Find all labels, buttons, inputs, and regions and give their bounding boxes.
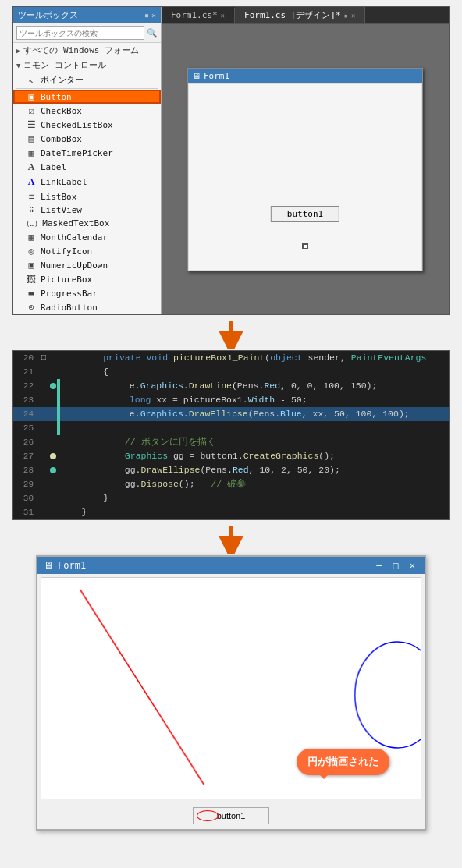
collapse-28 (38, 463, 49, 477)
tab-close-form1-design[interactable]: ▪ (344, 12, 348, 19)
collapse-24 (38, 407, 49, 421)
toolbox-item-datetimepicker[interactable]: ▦ DateTimePicker (13, 146, 161, 160)
dot-28 (49, 463, 57, 477)
collapse-23 (38, 393, 49, 407)
toolbox-close-icon[interactable]: ✕ (151, 11, 156, 19)
code-line-24: 24 e.Graphics.DrawEllipse(Pens.Blue, xx,… (13, 407, 449, 421)
numericupdown-icon: ▣ (26, 260, 37, 271)
tab-form1-code[interactable]: Form1.cs* ✕ (162, 8, 235, 23)
runtime-button1[interactable]: button1 (193, 807, 270, 824)
code-text-31: } (57, 505, 449, 519)
search-icon[interactable]: 🔍 (147, 28, 158, 38)
item-label-progressbar: ProgressBar (41, 289, 98, 299)
toolbox-item-numericupdown[interactable]: ▣ NumericUpDown (13, 258, 161, 272)
code-text-27: Graphics gg = button1.CreateGraphics(); (57, 449, 449, 463)
toolbox-item-maskedtextbox[interactable]: (…) MaskedTextBox (13, 217, 161, 230)
item-label-checkbox: CheckBox (41, 106, 82, 116)
collapse-21 (38, 365, 49, 379)
item-label-numericupdown: NumericUpDown (41, 260, 108, 271)
toolbox-item-linklabel[interactable]: A LinkLabel (13, 175, 161, 190)
line-num-31: 31 (13, 505, 38, 519)
code-text-26: // ボタンに円を描く (57, 435, 449, 449)
code-text-23: long xx = pictureBox1.Width - 50; (62, 393, 449, 407)
item-label-button: Button (41, 92, 72, 102)
code-line-22: 22 e.Graphics.DrawLine(Pens.Red, 0, 0, 1… (13, 379, 449, 393)
toolbox-item-pointer[interactable]: ↖ ポインター (13, 73, 161, 87)
line-num-21: 21 (13, 365, 38, 379)
toolbox-item-monthcalendar[interactable]: ▦ MonthCalendar (13, 230, 161, 244)
designer-tabbar: Form1.cs* ✕ Form1.cs [デザイン]* ▪ ✕ (162, 7, 449, 24)
radiobutton-icon: ⊙ (26, 302, 37, 313)
tab-form1-design[interactable]: Form1.cs [デザイン]* ▪ ✕ (235, 7, 365, 23)
runtime-titlebar: 🖥 Form1 — □ ✕ (37, 557, 425, 574)
line-num-23: 23 (13, 393, 38, 407)
listbox-icon: ≡ (26, 191, 37, 202)
collapse-20[interactable]: □ (38, 351, 49, 365)
code-text-21: { (57, 365, 449, 379)
line-num-27: 27 (13, 449, 38, 463)
bar-24 (57, 407, 60, 421)
dot-20 (49, 351, 57, 365)
runtime-window: 🖥 Form1 — □ ✕ 円が描画された button1 (36, 555, 426, 831)
toolbox-item-listview[interactable]: ⠿ ListView (13, 204, 161, 217)
tab-close-form1-code[interactable]: ✕ (221, 12, 225, 19)
code-line-29: 29 gg.Dispose(); // 破棄 (13, 477, 449, 491)
form-body[interactable]: button1 (188, 83, 422, 271)
section3-runtime: 🖥 Form1 — □ ✕ 円が描画された button1 (36, 555, 426, 831)
toolbox-section-common[interactable]: ▼ コモン コントロール (13, 58, 161, 73)
code-line-31: 31 } (13, 505, 449, 519)
code-text-29: gg.Dispose(); // 破棄 (57, 477, 449, 491)
line-num-20: 20 (13, 351, 38, 365)
toolbox-item-button[interactable]: ▣ Button (13, 90, 161, 104)
bar-23 (57, 393, 60, 407)
toolbox-divider (16, 88, 158, 89)
toolbox-item-listbox[interactable]: ≡ ListBox (13, 190, 161, 204)
dot-24 (49, 407, 57, 421)
toolbox-titlebar: ツールボックス ▪ ✕ (13, 7, 161, 23)
toolbox-item-label[interactable]: A Label (13, 160, 161, 175)
section2-code-editor: 20 □ private void pictureBox1_Paint(obje… (12, 350, 450, 520)
handle-br[interactable] (304, 244, 308, 249)
dot-27 (49, 449, 57, 463)
toolbox-search-input[interactable] (16, 26, 144, 40)
button-oval-decoration (197, 810, 219, 821)
toolbox-item-progressbar[interactable]: ▬ ProgressBar (13, 286, 161, 300)
toolbox-item-notifyicon[interactable]: ◎ NotifyIcon (13, 244, 161, 258)
code-line-25: 25 (13, 421, 449, 435)
tab-pin-form1-design[interactable]: ✕ (351, 12, 355, 19)
item-label-combobox: ComboBox (41, 134, 82, 144)
form-window: 🖥 Form1 (187, 68, 423, 271)
tooltip-balloon: 円が描画された (297, 749, 389, 775)
line-num-28: 28 (13, 463, 38, 477)
collapse-26 (38, 435, 49, 449)
monthcalendar-icon: ▦ (26, 232, 37, 243)
close-window-button[interactable]: ✕ (407, 560, 418, 571)
line-num-26: 26 (13, 435, 38, 449)
dot-26 (49, 435, 57, 449)
toolbox-item-picturebox[interactable]: 🖼 PictureBox (13, 272, 161, 286)
line-num-22: 22 (13, 379, 38, 393)
dot-25 (49, 421, 57, 435)
designer-canvas: 🖥 Form1 (162, 24, 449, 314)
toolbox-content: ▶ すべての Windows フォーム ▼ コモン コントロール ↖ ポインター… (13, 43, 161, 314)
toolbox-item-checkbox[interactable]: ☑ CheckBox (13, 104, 161, 118)
notifyicon-icon: ◎ (26, 246, 37, 257)
maximize-button[interactable]: □ (390, 560, 402, 571)
label-icon: A (26, 161, 37, 173)
item-label-maskedtextbox: MaskedTextBox (42, 218, 109, 229)
item-label-checkedlistbox: CheckedListBox (41, 120, 113, 130)
combobox-icon: ▤ (26, 133, 37, 144)
toolbox-pin-icon[interactable]: ▪ (144, 11, 149, 19)
dot-22 (49, 379, 57, 393)
toolbox-item-combobox[interactable]: ▤ ComboBox (13, 132, 161, 146)
minimize-button[interactable]: — (373, 560, 385, 571)
form-button-widget[interactable]: button1 (271, 206, 339, 222)
toolbox-section-all-windows[interactable]: ▶ すべての Windows フォーム (13, 43, 161, 58)
picturebox-icon: 🖼 (26, 274, 37, 285)
toolbox-item-checkedlistbox[interactable]: ☰ CheckedListBox (13, 118, 161, 132)
form-button-label: button1 (287, 209, 323, 219)
form-title-text: Form1 (204, 71, 229, 81)
toolbox-item-radiobutton[interactable]: ⊙ RadioButton (13, 300, 161, 314)
runtime-title-icon: 🖥 (44, 560, 53, 571)
code-line-23: 23 long xx = pictureBox1.Width - 50; (13, 393, 449, 407)
